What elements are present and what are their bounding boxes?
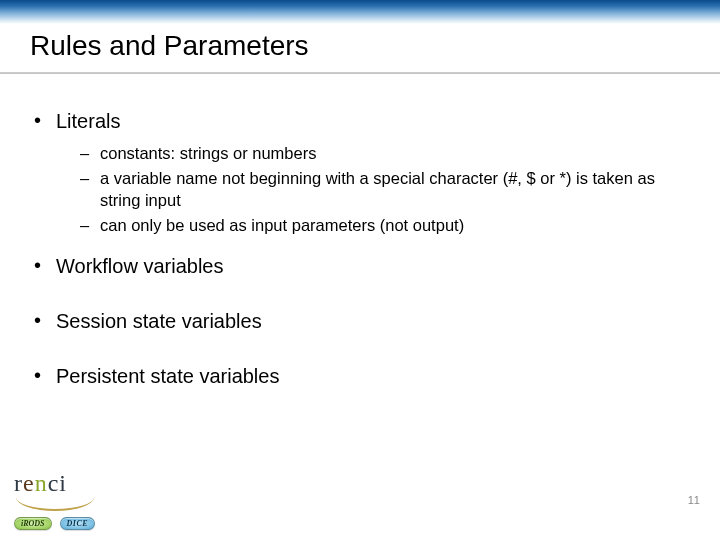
renci-swoosh-icon <box>16 495 94 511</box>
bullet-literals: Literals constants: strings or numbers a… <box>30 110 690 237</box>
bullet-label: Session state variables <box>56 310 262 332</box>
title-underline <box>0 72 720 74</box>
bullet-session-state-variables: Session state variables <box>30 310 690 333</box>
bullet-workflow-variables: Workflow variables <box>30 255 690 278</box>
sub-bullet: a variable name not beginning with a spe… <box>56 168 690 211</box>
bullet-label: Workflow variables <box>56 255 223 277</box>
bullet-persistent-state-variables: Persistent state variables <box>30 365 690 388</box>
slide-body: Literals constants: strings or numbers a… <box>30 110 690 398</box>
irods-badge: iRODS <box>14 517 52 530</box>
header-gradient <box>0 0 720 24</box>
footer: renci iRODS DICE <box>14 470 95 530</box>
bullet-label: Literals <box>56 110 120 132</box>
bullet-label: Persistent state variables <box>56 365 279 387</box>
slide-title: Rules and Parameters <box>30 30 309 62</box>
dice-badge: DICE <box>60 517 96 530</box>
sub-bullet: can only be used as input parameters (no… <box>56 215 690 236</box>
sub-bullet: constants: strings or numbers <box>56 143 690 164</box>
footer-tags: iRODS DICE <box>14 517 95 530</box>
page-number: 11 <box>688 494 700 506</box>
renci-logo: renci <box>14 470 67 497</box>
